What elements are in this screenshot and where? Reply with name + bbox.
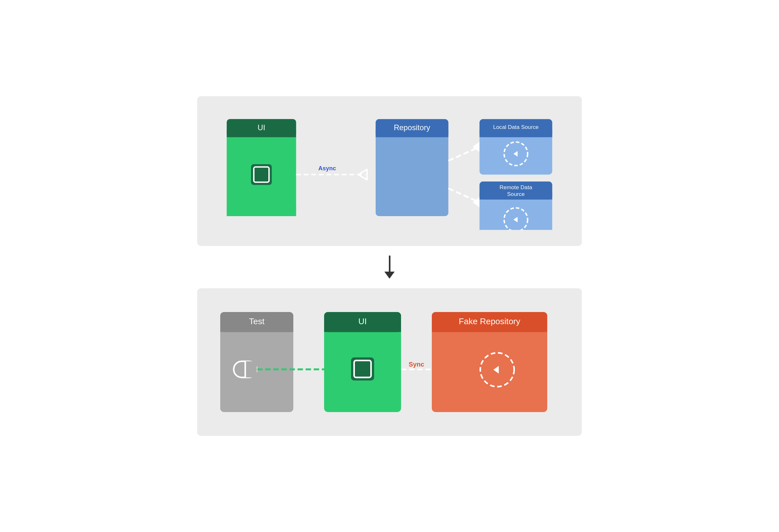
bottom-diagram-svg: Test UI Sync Fake Rep [217, 304, 562, 420]
ui-label-text: UI [258, 123, 265, 132]
fake-repo-label-text: Fake Repository [459, 316, 521, 326]
down-arrow-head [384, 272, 395, 279]
local-ds-label-text: Local Data Source [493, 124, 539, 130]
remote-ds-label-line1: Remote Data [499, 184, 532, 190]
repo-to-remote-line [448, 188, 480, 202]
triangle-arrow [358, 169, 367, 180]
repo-to-local-line [448, 147, 480, 161]
sync-label-text: Sync [409, 361, 424, 368]
test-label-text: Test [249, 316, 265, 326]
down-arrow-shaft [389, 255, 391, 272]
bottom-ui-label-text: UI [358, 316, 367, 326]
top-diagram-svg: UI Async Repository [217, 112, 562, 230]
main-container: UI Async Repository [197, 96, 582, 436]
bottom-diagram: Test UI Sync Fake Rep [197, 288, 582, 436]
local-ds-arrow [473, 142, 480, 152]
remote-ds-arrow [473, 197, 480, 207]
repo-label-text: Repository [394, 123, 430, 132]
down-arrow [384, 255, 395, 279]
local-ds-header-fix [480, 130, 552, 137]
test-icon-right-cover [245, 361, 257, 377]
remote-ds-label-line2: Source [507, 191, 525, 197]
async-label-text: Async [318, 165, 336, 172]
top-diagram: UI Async Repository [197, 96, 582, 246]
